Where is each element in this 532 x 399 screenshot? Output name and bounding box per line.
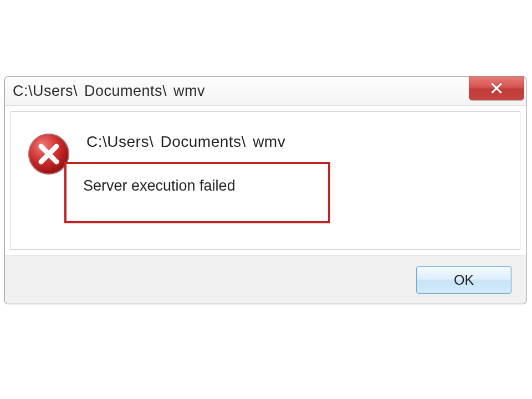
ok-button-label: OK	[454, 272, 474, 288]
close-icon	[489, 81, 504, 95]
error-highlight-box: Server execution failed	[64, 162, 330, 223]
dialog-path-line: C:\Users\ Documents\ wmv	[86, 133, 504, 151]
dialog-content-row: C:\Users\ Documents\ wmv Server executio…	[27, 130, 504, 223]
close-button[interactable]	[469, 76, 524, 100]
dialog-body: C:\Users\ Documents\ wmv Server executio…	[11, 111, 520, 250]
dialog-footer: OK	[5, 255, 526, 304]
error-dialog: C:\Users\ Documents\ wmv	[4, 76, 526, 304]
dialog-text-stack: C:\Users\ Documents\ wmv Server executio…	[86, 130, 504, 223]
error-message: Server execution failed	[83, 177, 311, 195]
ok-button[interactable]: OK	[416, 266, 511, 294]
titlebar: C:\Users\ Documents\ wmv	[5, 77, 526, 106]
titlebar-text: C:\Users\ Documents\ wmv	[13, 83, 205, 100]
